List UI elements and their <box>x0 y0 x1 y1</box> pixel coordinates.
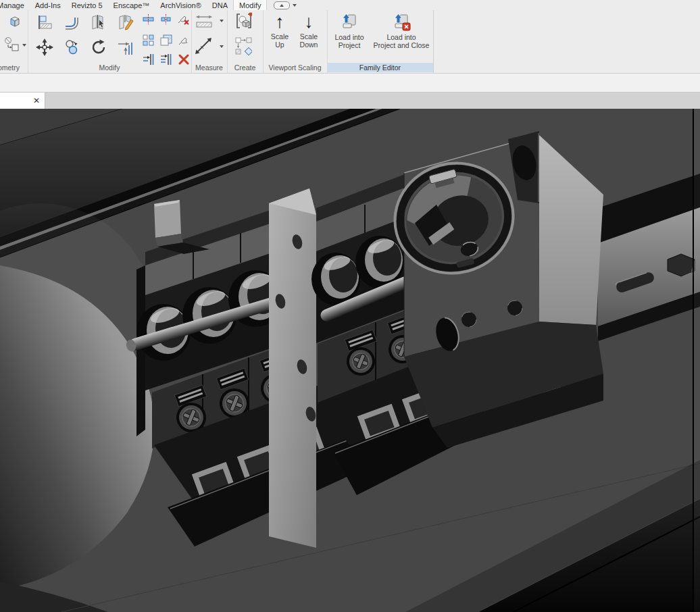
shaded-3d-scene <box>0 109 700 612</box>
view-tab-bar: ✕ <box>0 93 700 109</box>
tab-manage[interactable]: Manage <box>0 0 30 10</box>
revit-family-editor-window: { "ribbon": { "tabs": [ {"label":"Manage… <box>0 0 700 612</box>
arrow-up-icon: ↑ <box>275 13 284 30</box>
load-into-project-and-close-icon <box>392 13 411 31</box>
panel-label-create: Create <box>227 63 263 72</box>
ribbon-tab-bar: Manage Add-Ins Revizto 5 Enscape™ ArchVi… <box>0 0 700 10</box>
chevron-down-icon[interactable] <box>293 4 297 7</box>
split-element-icon[interactable] <box>90 14 107 31</box>
panel-label-viewport-scaling: Viewport Scaling <box>263 63 327 72</box>
pin-icon[interactable] <box>178 34 190 47</box>
panel-geometry: Geometry <box>0 10 28 73</box>
tab-archvision[interactable]: ArchVision® <box>155 0 206 10</box>
panel-label-geometry: Geometry <box>0 63 28 72</box>
cut-geometry-icon[interactable] <box>143 14 155 26</box>
scale-up-button[interactable]: ↑ ScaleUp <box>267 13 293 49</box>
chevron-down-icon[interactable] <box>220 45 224 48</box>
load-into-project-and-close-button[interactable]: Load intoProject and Close <box>370 13 432 49</box>
panel-measure: Measure <box>191 10 228 73</box>
minimize-ribbon-icon[interactable] <box>274 1 290 9</box>
arrow-down-icon: ↓ <box>304 13 314 30</box>
tab-modify[interactable]: Modify <box>233 0 267 10</box>
close-view-icon[interactable]: ✕ <box>28 96 45 105</box>
panel-create: Create <box>227 10 264 73</box>
align-icon[interactable] <box>36 14 53 31</box>
panel-label-modify: Modify <box>28 63 191 72</box>
right-face-seam <box>693 109 700 612</box>
tab-dna[interactable]: DNA <box>207 0 233 10</box>
tab-revizto-5[interactable]: Revizto 5 <box>66 0 108 10</box>
model-view-canvas[interactable] <box>0 109 700 612</box>
panel-viewport-scaling: ↑ ScaleUp ↓ ScaleDown Viewport Scaling <box>263 10 328 73</box>
rotate-icon[interactable] <box>90 39 107 56</box>
join-geometry-icon[interactable] <box>160 14 172 26</box>
geometry-cube-icon[interactable] <box>5 13 23 30</box>
geometry-cut-icon[interactable] <box>3 36 20 53</box>
panel-family-editor: Load intoProject Load intoProject and Cl… <box>327 10 434 73</box>
ribbon-state-toggle[interactable] <box>274 0 297 10</box>
measure-between-icon[interactable] <box>194 37 211 55</box>
load-into-project-button[interactable]: Load intoProject <box>328 13 370 49</box>
create-group-icon[interactable] <box>234 13 252 30</box>
scale-down-button[interactable]: ↓ ScaleDown <box>295 13 322 49</box>
panel-label-measure: Measure <box>191 63 227 72</box>
paint-icon[interactable] <box>160 34 172 47</box>
chevron-down-icon[interactable] <box>22 44 26 47</box>
copy-icon[interactable] <box>63 39 80 56</box>
chevron-down-icon[interactable] <box>220 20 224 22</box>
view-tab[interactable]: ✕ <box>0 93 45 109</box>
tab-enscape[interactable]: Enscape™ <box>108 0 155 10</box>
aligned-dimension-icon[interactable] <box>195 13 213 30</box>
panel-modify: Modify <box>28 10 192 73</box>
load-into-project-icon <box>340 13 359 31</box>
split-with-gap-icon[interactable] <box>117 14 134 31</box>
array-icon[interactable] <box>143 34 155 47</box>
move-icon[interactable] <box>36 39 53 56</box>
tab-add-ins[interactable]: Add-Ins <box>30 0 66 10</box>
panel-label-family-editor: Family Editor <box>327 63 433 72</box>
unpin-icon[interactable] <box>178 14 190 26</box>
ribbon: Geometry <box>0 10 700 74</box>
create-similar-icon[interactable] <box>234 37 252 55</box>
trim-extend-corner-icon[interactable] <box>117 39 134 56</box>
mounting-bracket <box>269 188 318 548</box>
options-bar <box>0 74 700 93</box>
offset-icon[interactable] <box>63 14 80 31</box>
